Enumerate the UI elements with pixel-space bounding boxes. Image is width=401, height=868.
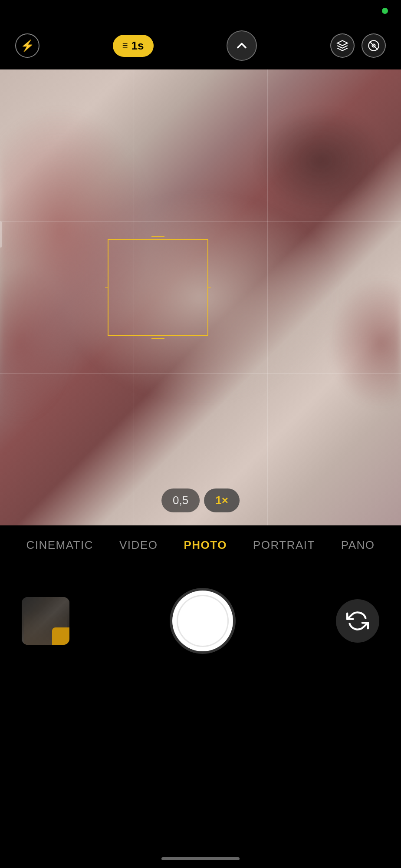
flip-camera-button[interactable] — [336, 599, 379, 643]
zoom-05-label: 0,5 — [173, 494, 188, 507]
shutter-inner — [177, 595, 229, 647]
mode-selector: CINEMATIC VIDEO PHOTO PORTRAIT PANO — [0, 525, 401, 564]
top-controls: ⚡ ≡ 1s — [0, 22, 401, 69]
timer-label: 1s — [131, 39, 144, 53]
zoom-controls: 0,5 1× — [161, 488, 240, 512]
flip-camera-icon — [346, 610, 369, 632]
shutter-button[interactable] — [172, 591, 233, 651]
status-indicator — [382, 8, 388, 14]
mode-photo[interactable]: PHOTO — [171, 538, 240, 552]
svg-line-2 — [370, 42, 378, 50]
thumbnail-image — [22, 597, 69, 645]
viewfinder[interactable]: 0,5 1× — [0, 69, 401, 525]
mode-portrait[interactable]: PORTRAIT — [240, 538, 328, 552]
no-target-icon — [368, 40, 380, 52]
right-controls — [330, 33, 386, 58]
status-bar — [0, 0, 401, 22]
timer-icon: ≡ — [122, 40, 128, 51]
svg-marker-0 — [337, 40, 347, 46]
chevron-up-icon — [234, 38, 250, 53]
no-target-button[interactable] — [362, 33, 386, 58]
flash-button[interactable]: ⚡ — [15, 33, 39, 58]
photo-thumbnail[interactable] — [22, 597, 69, 645]
timer-button[interactable]: ≡ 1s — [113, 35, 154, 57]
left-edge-indicator — [0, 221, 2, 248]
camera-background — [0, 69, 401, 525]
home-indicator — [161, 857, 240, 860]
flash-icon: ⚡ — [20, 40, 34, 51]
mode-pano[interactable]: PANO — [328, 538, 388, 552]
layers-button[interactable] — [330, 33, 355, 58]
zoom-1x-label: 1× — [215, 494, 228, 507]
zoom-1x-button[interactable]: 1× — [204, 488, 240, 512]
camera-subject — [0, 69, 401, 525]
thumbnail-golden-corner — [52, 627, 69, 645]
bottom-controls — [0, 564, 401, 677]
mode-video[interactable]: VIDEO — [106, 538, 171, 552]
layers-icon — [336, 40, 348, 52]
chevron-up-button[interactable] — [227, 30, 257, 61]
zoom-05-button[interactable]: 0,5 — [161, 488, 200, 512]
mode-cinematic[interactable]: CINEMATIC — [13, 538, 106, 552]
